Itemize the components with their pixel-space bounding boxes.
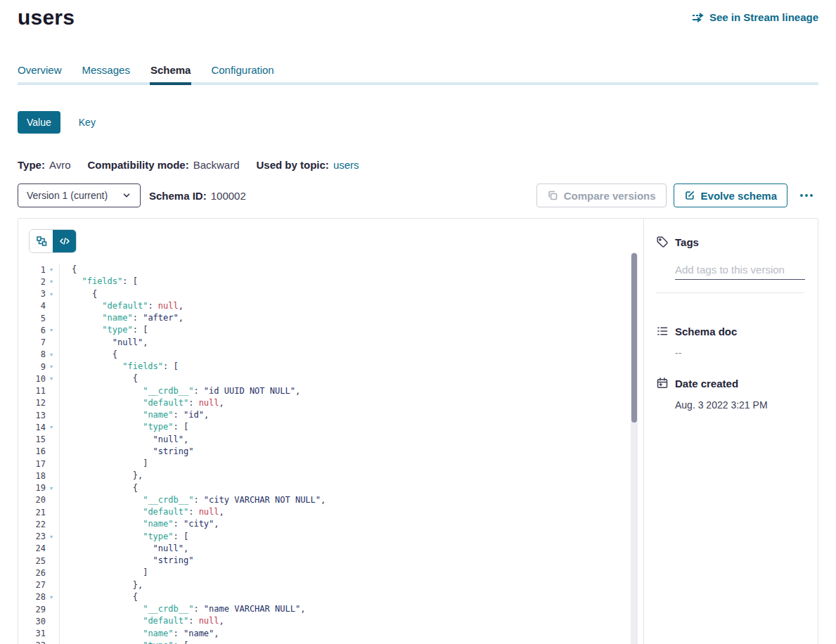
date-created-header: Date created — [656, 377, 804, 389]
chevron-down-icon — [122, 191, 131, 200]
value-key-toggle: Value Key — [18, 111, 818, 134]
more-options-button[interactable] — [795, 192, 818, 199]
fold-arrow-icon[interactable]: ▾ — [46, 324, 57, 336]
line-number: 11 — [29, 386, 46, 396]
line-number: 4 — [29, 301, 46, 311]
fold-arrow-icon[interactable]: ▾ — [46, 361, 57, 373]
fold-arrow-icon[interactable]: ▾ — [46, 421, 57, 433]
code-text: ] — [72, 567, 148, 579]
code-text: "__crdb__": "name VARCHAR NULL", — [72, 603, 305, 615]
code-text: "name": "id", — [72, 409, 209, 421]
line-number: 19 — [29, 483, 46, 493]
evolve-schema-icon — [684, 190, 695, 201]
schema-panel: 1▾{2▾ "fields": [3▾ {4 "default": null,5… — [18, 218, 818, 644]
tab-configuration[interactable]: Configuration — [211, 64, 274, 82]
line-number: 25 — [29, 556, 46, 566]
line-number: 17 — [29, 459, 46, 469]
fold-arrow-icon[interactable]: ▾ — [46, 276, 57, 288]
compare-versions-button[interactable]: Compare versions — [536, 183, 667, 207]
fold-arrow-icon[interactable]: ▾ — [46, 349, 57, 361]
schema-controls-row: Version 1 (current) Schema ID: 100002 Co… — [18, 183, 818, 207]
code-text: "type": [ — [72, 324, 148, 336]
gutter-separator — [59, 264, 60, 644]
code-view-icon — [59, 236, 70, 247]
code-text: { — [72, 373, 138, 385]
tags-section-header: Tags — [656, 236, 804, 248]
page-title: users — [18, 6, 75, 30]
code-line: 8▾ { — [29, 349, 643, 361]
code-text: "type": [ — [72, 421, 188, 433]
scrollbar-thumb[interactable] — [631, 253, 637, 423]
type-label: Type: — [18, 159, 45, 171]
line-number: 7 — [29, 337, 46, 347]
schema-editor: 1▾{2▾ "fields": [3▾ {4 "default": null,5… — [18, 219, 643, 644]
line-number: 29 — [29, 605, 46, 614]
line-number: 10 — [29, 374, 46, 384]
code-text: { — [72, 264, 77, 276]
compatibility-label: Compatibility mode: — [87, 159, 188, 171]
code-line: 26 ] — [29, 567, 643, 579]
compatibility-value: Backward — [193, 159, 240, 171]
code-text: { — [72, 349, 117, 361]
code-text: "string" — [72, 555, 193, 567]
fold-arrow-icon[interactable]: ▾ — [46, 591, 57, 603]
line-number: 31 — [29, 629, 46, 638]
fold-arrow-icon[interactable]: ▾ — [46, 264, 57, 276]
line-number: 20 — [29, 495, 46, 505]
code-line: 31 "name": "name", — [29, 628, 643, 640]
code-text: "name": "name", — [72, 628, 219, 640]
stream-lineage-link[interactable]: See in Stream lineage — [692, 6, 818, 23]
topic-link[interactable]: users — [333, 159, 359, 171]
code-line: 1▾{ — [29, 264, 643, 276]
line-number: 26 — [29, 568, 46, 578]
tag-icon — [656, 236, 669, 248]
code-text: "null", — [72, 337, 148, 349]
line-number: 6 — [29, 326, 46, 335]
fold-arrow-icon[interactable]: ▾ — [46, 373, 57, 385]
tree-view-button[interactable] — [30, 230, 53, 252]
code-line: 3▾ { — [29, 288, 643, 300]
code-view-button[interactable] — [53, 230, 76, 252]
fold-arrow-icon[interactable]: ▾ — [46, 531, 57, 543]
code-line: 11 "__crdb__": "id UUID NOT NULL", — [29, 385, 643, 397]
code-line: 16 "string" — [29, 446, 643, 458]
code-text: "fields": [ — [72, 361, 179, 373]
code-text: }, — [72, 470, 143, 482]
code-line: 5 "name": "after", — [29, 312, 643, 324]
code-line: 10▾ { — [29, 373, 643, 385]
code-line: 4 "default": null, — [29, 300, 643, 312]
list-icon — [656, 325, 669, 337]
line-number: 16 — [29, 446, 46, 456]
fold-arrow-icon[interactable]: ▾ — [46, 482, 57, 494]
code-text: "default": null, — [72, 506, 224, 518]
code-text: "fields": [ — [72, 276, 138, 288]
code-line: 19▾ { — [29, 482, 643, 494]
fold-arrow-icon[interactable]: ▾ — [46, 288, 57, 300]
add-tags-input[interactable] — [675, 264, 805, 280]
vertical-scrollbar[interactable] — [631, 252, 638, 644]
fold-arrow-icon[interactable]: ▾ — [46, 640, 57, 644]
code-text: "name": "after", — [72, 312, 184, 324]
tab-messages[interactable]: Messages — [82, 64, 130, 82]
line-number: 18 — [29, 471, 46, 481]
line-number: 12 — [29, 398, 46, 408]
tab-overview[interactable]: Overview — [18, 64, 62, 82]
more-options-icon — [799, 192, 814, 199]
evolve-schema-button[interactable]: Evolve schema — [674, 183, 787, 207]
code-line: 12 "default": null, — [29, 397, 643, 409]
line-number: 22 — [29, 520, 46, 529]
tab-schema[interactable]: Schema — [150, 64, 191, 82]
code-line: 2▾ "fields": [ — [29, 276, 643, 288]
code-text: "null", — [72, 434, 188, 446]
line-number: 1 — [29, 265, 46, 275]
code-text: ] — [72, 458, 148, 470]
code-line: 24 "null", — [29, 543, 643, 555]
code-text: "default": null, — [72, 300, 184, 312]
used-by-topic-label: Used by topic: — [257, 159, 329, 171]
code-text: "type": [ — [72, 640, 188, 644]
editor-view-toggle — [29, 229, 77, 253]
version-select[interactable]: Version 1 (current) — [18, 183, 141, 207]
value-toggle-button[interactable]: Value — [18, 111, 60, 134]
line-number: 9 — [29, 362, 46, 372]
key-toggle-button[interactable]: Key — [79, 117, 96, 128]
